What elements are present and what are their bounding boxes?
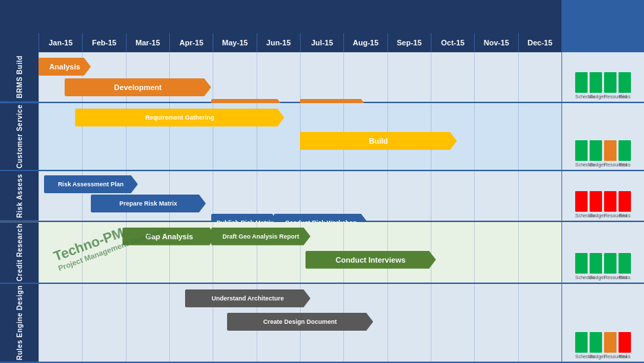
- health-bars-credit: [575, 253, 631, 274]
- health-bar-3: [619, 72, 631, 93]
- gantt-bar-credit-0: Gap Analysis: [122, 228, 217, 245]
- row-label-credit: Credit Research: [0, 222, 39, 283]
- month-cell-Sep-15: Sep-15: [387, 33, 431, 52]
- health-cell-customer: ScheduleBudgetResourcesRisks: [561, 103, 644, 170]
- gantt-bar-credit-1: Draft Geo Analysis Report: [211, 228, 310, 245]
- grid-line: [518, 222, 519, 283]
- grid-line: [387, 171, 388, 221]
- health-bars-risk: [575, 191, 631, 212]
- health-label-budget: Budget: [590, 162, 602, 167]
- gantt-bar-risk-0: Risk Assessment Plan: [44, 175, 138, 193]
- health-label-schedule: Schedule: [575, 213, 588, 218]
- grid-line: [518, 52, 519, 102]
- grid-line: [169, 284, 170, 362]
- month-cell-Nov-15: Nov-15: [474, 33, 517, 52]
- month-cell-Jul-15: Jul-15: [300, 33, 343, 52]
- month-cell-Feb-15: Feb-15: [82, 33, 125, 52]
- grid-line: [82, 284, 83, 362]
- grid-line: [82, 222, 83, 283]
- project-row-customer: Customer ServiceRequirement GatheringBui…: [0, 103, 644, 171]
- health-label-resources: Resources: [604, 94, 616, 99]
- grid-line: [343, 171, 344, 221]
- health-label-risks: Risks: [619, 162, 631, 167]
- grid-line: [39, 284, 39, 362]
- month-cell-Jan-15: Jan-15: [39, 33, 82, 52]
- gantt-area-rules: Understand ArchitectureCreate Design Doc…: [39, 284, 561, 362]
- month-cells: Jan-15Feb-15Mar-15Apr-15May-15Jun-15Jul-…: [39, 33, 561, 52]
- gantt-area-credit: Techno-PMProject Management TemplatesGap…: [39, 222, 561, 283]
- grid-line: [518, 171, 519, 221]
- health-bar-3: [619, 253, 631, 274]
- month-cell-Oct-15: Oct-15: [431, 33, 474, 52]
- month-cell-Jun-15: Jun-15: [257, 33, 300, 52]
- project-row-risk: Risk AssessRisk Assessment PlanPrepare R…: [0, 171, 644, 222]
- grid-line: [39, 222, 39, 283]
- health-label-budget: Budget: [590, 213, 602, 218]
- health-bar-2: [604, 140, 616, 161]
- grid-line: [561, 52, 562, 102]
- grid-line: [387, 284, 388, 362]
- health-label-resources: Resources: [604, 213, 616, 218]
- health-label-resources: Resources: [604, 275, 616, 280]
- grid-line: [474, 222, 475, 283]
- grid-line: [431, 52, 431, 102]
- health-bar-2: [604, 332, 616, 353]
- gantt-area-risk: Risk Assessment PlanPrepare Risk MatrixP…: [39, 171, 561, 221]
- health-cell-risk: ScheduleBudgetResourcesRisks: [561, 171, 644, 221]
- grid-line: [561, 284, 562, 362]
- health-bar-0: [575, 191, 588, 212]
- project-row-brms: BRMS BuildAnalysisDevelopmentQAUASchedul…: [0, 52, 644, 103]
- project-row-credit: Credit ResearchTechno-PMProject Manageme…: [0, 222, 644, 284]
- health-bar-1: [590, 191, 602, 212]
- gantt-bar-risk-1: Prepare Risk Matrix: [91, 195, 206, 212]
- health-cell-rules: ScheduleBudgetResourcesRisks: [561, 284, 644, 362]
- health-label-risks: Risks: [619, 275, 631, 280]
- rows-area: BRMS BuildAnalysisDevelopmentQAUASchedul…: [0, 52, 644, 363]
- health-bar-0: [575, 140, 588, 161]
- health-label-budget: Budget: [590, 354, 602, 359]
- grid-line: [39, 103, 39, 170]
- health-label-resources: Resources: [604, 162, 616, 167]
- health-bar-1: [590, 253, 602, 274]
- month-cell-May-15: May-15: [213, 33, 256, 52]
- project-health-header: [561, 0, 644, 33]
- gantt-bar-rules-1: Create Design Document: [227, 313, 374, 331]
- grid-line: [213, 52, 213, 102]
- grid-line: [474, 284, 475, 362]
- health-label-schedule: Schedule: [575, 162, 588, 167]
- gantt-bar-credit-2: Conduct Interviews: [305, 251, 436, 269]
- health-bars-customer: [575, 140, 631, 161]
- health-bar-0: [575, 253, 588, 274]
- health-cell-credit: ScheduleBudgetResourcesRisks: [561, 222, 644, 283]
- health-label-schedule: Schedule: [575, 354, 588, 359]
- gantt-bar-rules-0: Understand Architecture: [185, 289, 310, 307]
- health-label-risks: Risks: [619, 213, 631, 218]
- main-area: BRMS BuildAnalysisDevelopmentQAUASchedul…: [0, 52, 644, 363]
- grid-line: [518, 284, 519, 362]
- grid-line: [474, 171, 475, 221]
- row-label-rules: Rules Engine Design: [0, 284, 39, 362]
- row-label-brms: BRMS Build: [0, 52, 39, 102]
- grid-line: [561, 171, 562, 221]
- health-bars-brms: [575, 72, 631, 93]
- month-cell-Aug-15: Aug-15: [343, 33, 387, 52]
- grid-line: [343, 52, 344, 102]
- row-label-customer: Customer Service: [0, 103, 39, 170]
- grid-line: [431, 171, 431, 221]
- grid-line: [39, 171, 39, 221]
- gantt-bar-brms-1: Development: [65, 78, 211, 96]
- grid-line: [257, 171, 257, 221]
- health-bar-1: [590, 72, 602, 93]
- app-container: Jan-15Feb-15Mar-15Apr-15May-15Jun-15Jul-…: [0, 0, 644, 363]
- health-bar-0: [575, 72, 588, 93]
- gantt-area-customer: Requirement GatheringBuild: [39, 103, 561, 170]
- health-label-budget: Budget: [590, 94, 602, 99]
- health-label-risks: Risks: [619, 94, 631, 99]
- grid-line: [300, 52, 301, 102]
- health-bar-2: [604, 253, 616, 274]
- health-bar-1: [590, 332, 602, 353]
- grid-line: [300, 171, 301, 221]
- health-bars-rules: [575, 332, 631, 353]
- health-label-risks: Risks: [619, 354, 631, 359]
- health-bar-3: [619, 140, 631, 161]
